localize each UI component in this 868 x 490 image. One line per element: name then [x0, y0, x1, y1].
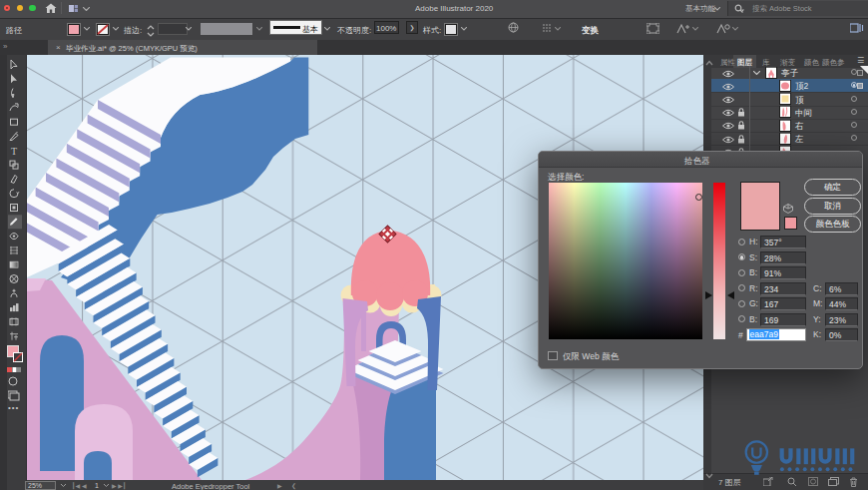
svg-text:T: T [11, 146, 17, 157]
